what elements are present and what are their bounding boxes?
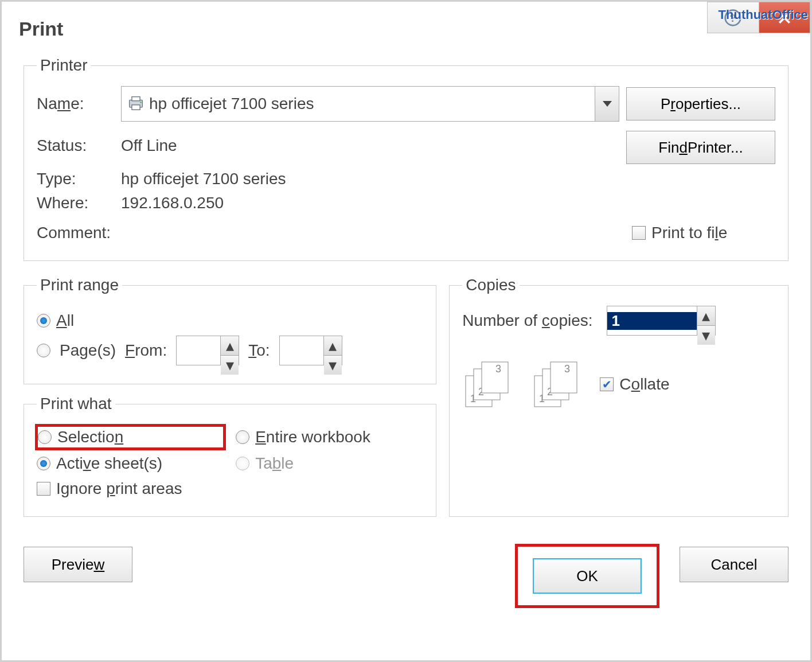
dialog-title: Print	[2, 2, 810, 52]
printer-name-select[interactable]: hp officejet 7100 series	[121, 86, 619, 122]
from-spinner[interactable]: ▴▾	[176, 336, 239, 365]
from-label: From:	[125, 341, 167, 360]
svg-text:3: 3	[564, 363, 570, 375]
copies-group: Copies Number of copies: 1 ▴▾ 1 2	[449, 276, 788, 517]
svg-rect-5	[132, 97, 140, 101]
printer-legend: Printer	[37, 56, 91, 75]
printer-group: Printer Name: document.querySelector('[d…	[24, 56, 788, 261]
printer-name-label: Name:	[37, 95, 114, 113]
print-what-active-label: Active sheet(s)	[56, 454, 162, 473]
print-what-active-radio[interactable]: Active sheet(s)	[37, 454, 224, 473]
print-what-selection-label: Selection	[57, 428, 123, 446]
collate-stack-1-icon: 1 2 3	[462, 359, 514, 410]
up-arrow-icon: ▴	[697, 306, 715, 326]
status-value: Off Line	[121, 137, 619, 155]
to-spinner[interactable]: ▴▾	[279, 336, 342, 365]
print-what-table-label: Table	[255, 454, 294, 473]
collate-icons: 1 2 3 1 2 3	[462, 359, 583, 410]
chevron-down-icon	[595, 87, 619, 121]
copies-legend: Copies	[462, 276, 519, 294]
checkbox-checked-icon	[600, 377, 614, 391]
svg-point-7	[140, 102, 142, 103]
radio-icon	[236, 457, 249, 470]
num-copies-value: 1	[607, 312, 697, 330]
num-copies-label: Number of copies:	[462, 311, 592, 330]
ok-button-highlight: OK	[518, 547, 657, 605]
down-arrow-icon: ▾	[697, 326, 715, 345]
print-what-workbook-label: Entire workbook	[255, 428, 370, 446]
print-range-group: Print range All Page(s) From: ▴▾ To:	[24, 276, 436, 384]
where-value: 192.168.0.250	[121, 194, 775, 212]
print-what-workbook-radio[interactable]: Entire workbook	[236, 426, 423, 449]
print-range-pages-radio[interactable]: Page(s) From: ▴▾ To: ▴▾	[37, 336, 423, 365]
preview-button[interactable]: Preview	[24, 547, 132, 582]
printer-name-value: hp officejet 7100 series	[149, 95, 314, 113]
cancel-button[interactable]: Cancel	[680, 547, 788, 582]
svg-rect-19	[551, 362, 577, 393]
print-range-all-radio[interactable]: All	[37, 311, 423, 330]
type-value: hp officejet 7100 series	[121, 170, 775, 188]
radio-icon	[37, 344, 50, 357]
radio-icon	[236, 430, 249, 444]
print-range-all-label: All	[56, 311, 74, 330]
svg-rect-13	[482, 362, 508, 393]
print-what-table-radio: Table	[236, 454, 423, 473]
up-arrow-icon: ▴	[324, 336, 342, 356]
radio-icon	[37, 314, 50, 328]
status-label: Status:	[37, 137, 114, 155]
type-label: Type:	[37, 170, 114, 188]
comment-label: Comment:	[37, 224, 114, 242]
collate-stack-2-icon: 1 2 3	[531, 359, 583, 410]
checkbox-icon	[37, 482, 50, 496]
print-what-selection-radio[interactable]: Selection	[37, 426, 224, 449]
dialog-footer: Preview OK Cancel	[2, 527, 810, 625]
checkbox-icon	[632, 226, 646, 240]
print-what-group: Print what Selection Entire workbook	[24, 395, 436, 517]
find-printer-button[interactable]: Find Printer...	[626, 131, 775, 164]
ok-button[interactable]: OK	[533, 558, 642, 594]
radio-icon	[37, 457, 50, 470]
ignore-print-areas-checkbox[interactable]: Ignore print areas	[37, 480, 423, 498]
where-label: Where:	[37, 194, 114, 212]
properties-button[interactable]: Properties...	[626, 87, 775, 120]
print-what-legend: Print what	[37, 395, 115, 413]
down-arrow-icon: ▾	[221, 356, 239, 375]
print-range-pages-label: Page(s)	[60, 341, 116, 360]
up-arrow-icon: ▴	[221, 336, 239, 356]
ignore-print-areas-label: Ignore print areas	[56, 480, 182, 498]
svg-marker-8	[603, 101, 612, 107]
num-copies-spinner[interactable]: 1 ▴▾	[607, 306, 716, 336]
svg-rect-6	[132, 105, 140, 110]
collate-label: Collate	[619, 375, 669, 394]
to-label: To:	[248, 341, 270, 360]
print-range-legend: Print range	[37, 276, 122, 294]
printer-icon	[126, 94, 146, 113]
collate-checkbox[interactable]: Collate	[600, 375, 669, 394]
down-arrow-icon: ▾	[324, 356, 342, 375]
print-to-file-label: Print to file	[651, 224, 727, 242]
print-dialog: ? ThuthuatOffice Print Printer Name: doc…	[0, 0, 812, 662]
print-to-file-checkbox[interactable]: Print to file	[632, 224, 775, 242]
radio-icon	[38, 430, 52, 444]
svg-text:3: 3	[495, 363, 501, 375]
